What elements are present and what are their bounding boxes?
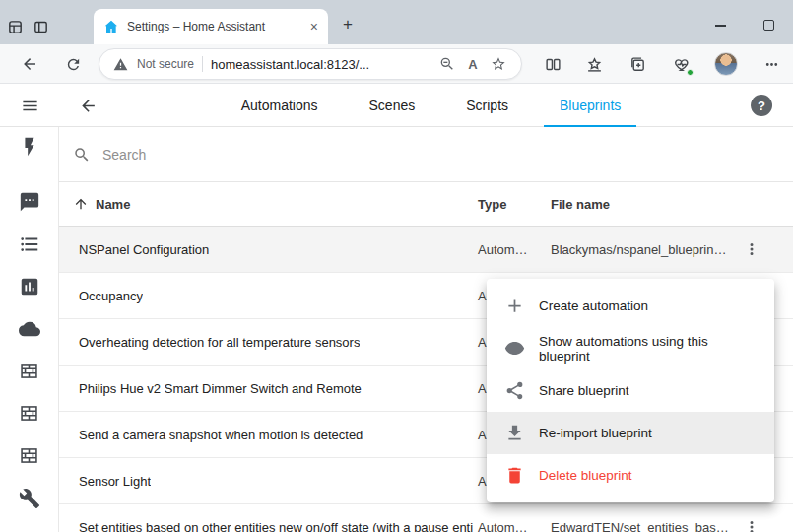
sort-ascending-arrow-icon[interactable] xyxy=(73,196,89,212)
settings-menu-button[interactable] xyxy=(760,53,782,75)
browser-tab[interactable]: Settings – Home Assistant × xyxy=(94,9,328,44)
search-row xyxy=(59,127,793,182)
menu-item-label: Create automation xyxy=(539,299,648,313)
sidebar-item-integrations-2[interactable] xyxy=(0,392,58,434)
eye-icon xyxy=(504,338,525,359)
column-header-name[interactable]: Name xyxy=(96,182,130,227)
menu-item-label: Share blueprint xyxy=(539,383,629,398)
blueprint-type: Autom… xyxy=(478,227,528,273)
sidebar-item-energy[interactable] xyxy=(0,127,58,166)
address-bar[interactable]: Not secure homeassistant.local:8123/... … xyxy=(99,48,522,80)
table-row[interactable]: Set entities based on other entities new… xyxy=(59,504,793,532)
sidebar-item-integrations-1[interactable] xyxy=(0,350,58,392)
blueprint-section-tabs: Automations Scenes Scripts Blueprints xyxy=(177,84,685,127)
tab-scenes[interactable]: Scenes xyxy=(344,84,441,127)
chart-box-icon xyxy=(19,276,40,298)
table-header: Name Type File name xyxy=(59,182,793,227)
status-dot xyxy=(687,69,694,76)
blueprint-name: Philips Hue v2 Smart Dimmer Switch and R… xyxy=(79,366,362,412)
menu-item-label: Re-import blueprint xyxy=(539,426,652,440)
search-input[interactable] xyxy=(102,147,398,163)
add-favorite-star-icon[interactable] xyxy=(490,55,507,73)
collections-button[interactable] xyxy=(627,53,648,75)
trash-icon xyxy=(504,465,525,486)
workspaces-icon[interactable] xyxy=(4,16,26,37)
hamburger-menu-button[interactable] xyxy=(19,95,40,116)
help-button[interactable]: ? xyxy=(751,95,772,116)
app-header: Automations Scenes Scripts Blueprints ? xyxy=(0,84,793,127)
browser-back-button[interactable] xyxy=(19,53,40,75)
menu-item-label: Show automations using this blueprint xyxy=(539,334,757,364)
column-header-type[interactable]: Type xyxy=(478,182,506,227)
tab-actions-icon[interactable] xyxy=(30,16,51,37)
table-row[interactable]: NSPanel Configuration Autom… Blackymas/n… xyxy=(59,227,793,273)
column-header-file[interactable]: File name xyxy=(551,182,610,227)
tab-close-icon[interactable]: × xyxy=(310,20,318,33)
not-secure-warning-icon[interactable] xyxy=(111,55,129,73)
texture-box-icon xyxy=(19,361,39,381)
tab-blueprints[interactable]: Blueprints xyxy=(534,84,646,127)
texture-box-icon xyxy=(19,445,39,466)
app-back-button[interactable] xyxy=(77,95,99,116)
sidebar-item-assist[interactable] xyxy=(0,180,58,223)
share-icon xyxy=(504,380,525,401)
sidebar-item-cloud[interactable] xyxy=(0,307,58,350)
app-sidebar xyxy=(0,127,59,532)
browser-essentials-button[interactable] xyxy=(671,53,693,75)
blueprint-file: Blackymas/nspanel_blueprin… xyxy=(551,227,726,273)
home-assistant-favicon xyxy=(103,19,119,34)
cloud-icon xyxy=(19,318,40,340)
blueprint-name: Sensor Light xyxy=(79,458,151,504)
menu-item-show-automations[interactable]: Show automations using this blueprint xyxy=(487,327,774,369)
new-tab-button[interactable]: + xyxy=(336,13,360,36)
row-overflow-menu-button[interactable] xyxy=(740,515,763,532)
tab-scripts[interactable]: Scripts xyxy=(440,84,534,127)
browser-tab-strip: Settings – Home Assistant × + xyxy=(0,0,793,44)
blueprint-name: Occupancy xyxy=(79,273,143,319)
blueprint-name: NSPanel Configuration xyxy=(79,227,209,273)
texture-box-icon xyxy=(19,403,39,424)
blueprint-file: EdwardTEN/set_entities_bas… xyxy=(551,504,729,532)
profile-avatar[interactable] xyxy=(714,52,738,76)
blueprint-name: Send a camera snapshot when motion is de… xyxy=(79,412,363,458)
menu-item-share-blueprint[interactable]: Share blueprint xyxy=(487,369,774,412)
favorites-button[interactable] xyxy=(583,53,605,75)
read-aloud-icon[interactable]: A xyxy=(464,55,482,73)
menu-item-reimport-blueprint[interactable]: Re-import blueprint xyxy=(487,412,774,454)
sidebar-item-history[interactable] xyxy=(0,265,58,307)
menu-item-delete-blueprint[interactable]: Delete blueprint xyxy=(487,454,774,497)
zoom-out-icon[interactable] xyxy=(438,55,456,73)
blueprint-context-menu: Create automation Show automations using… xyxy=(487,279,774,502)
blueprint-name: Overheating detection for all temperatur… xyxy=(79,319,360,366)
window-minimize-button[interactable] xyxy=(715,25,726,27)
download-icon xyxy=(504,423,525,443)
sidebar-item-integrations-3[interactable] xyxy=(0,434,58,477)
sidebar-item-lists[interactable] xyxy=(0,223,58,265)
plus-icon xyxy=(504,296,525,316)
browser-toolbar: Not secure homeassistant.local:8123/... … xyxy=(0,44,793,84)
sidebar-item-tools[interactable] xyxy=(0,477,58,519)
menu-item-create-automation[interactable]: Create automation xyxy=(487,285,774,327)
assist-chat-icon xyxy=(19,191,40,213)
wrench-icon xyxy=(19,488,40,509)
row-overflow-menu-button[interactable] xyxy=(740,237,763,261)
blueprint-type: Autom… xyxy=(478,504,528,532)
security-status-label: Not secure xyxy=(137,57,194,71)
window-maximize-button[interactable] xyxy=(763,20,774,31)
address-divider xyxy=(202,56,203,72)
url-text: homeassistant.local:8123/... xyxy=(211,57,430,72)
refresh-button[interactable] xyxy=(62,53,84,75)
tab-title: Settings – Home Assistant xyxy=(127,20,302,33)
menu-item-label: Delete blueprint xyxy=(539,468,632,483)
split-screen-button[interactable] xyxy=(542,53,563,75)
search-icon xyxy=(73,146,91,164)
tab-automations[interactable]: Automations xyxy=(216,84,344,127)
list-icon xyxy=(19,233,40,255)
flash-icon xyxy=(19,136,40,158)
blueprint-name: Set entities based on other entities new… xyxy=(79,504,473,532)
